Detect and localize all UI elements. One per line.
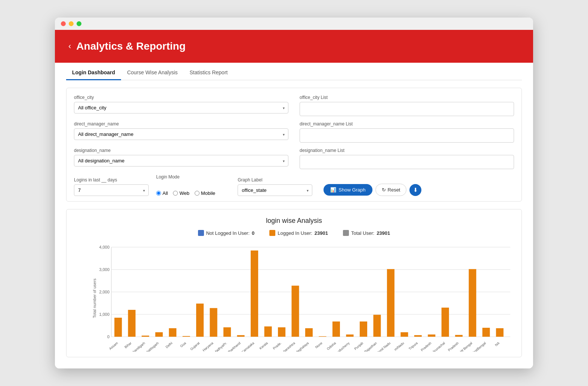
svg-text:WestBengal: WestBengal — [470, 341, 486, 352]
svg-text:Rajasthan: Rajasthan — [363, 341, 377, 352]
svg-text:Tamil Nadu: Tamil Nadu — [376, 341, 391, 352]
legend-blue-dot — [198, 230, 204, 236]
legend-gray-dot — [343, 230, 349, 236]
logged-value: 23901 — [315, 230, 328, 236]
login-mode-group: Login Mode All Web Mobile — [156, 174, 215, 196]
logged-label: Logged In User: — [278, 230, 312, 236]
svg-text:Arunachal: Arunachal — [432, 341, 446, 352]
svg-text:Assam: Assam — [108, 341, 119, 351]
svg-text:Kerala: Kerala — [259, 341, 268, 350]
back-button[interactable]: ‹ — [68, 41, 71, 51]
manager-list-group: direct_manager_name List — [300, 121, 514, 143]
maximize-button[interactable] — [77, 21, 81, 26]
logins-days-label: Logins in last __ days — [74, 177, 149, 183]
svg-rect-65 — [482, 328, 490, 337]
office-city-list-input[interactable] — [300, 102, 514, 116]
svg-text:Chhattisgarh: Chhattisgarh — [142, 341, 160, 352]
title-bar — [55, 18, 533, 30]
reset-button[interactable]: ↻ Reset — [375, 184, 407, 196]
svg-rect-47 — [360, 321, 367, 337]
svg-text:Haryana: Haryana — [202, 341, 214, 352]
svg-rect-21 — [183, 336, 190, 337]
designation-select[interactable]: All designation_name — [74, 155, 288, 166]
svg-text:Jharkhand: Jharkhand — [227, 341, 241, 352]
radio-mobile-input[interactable] — [195, 191, 199, 196]
manager-select[interactable]: All direct_manager_name — [74, 128, 288, 140]
app-header: ‹ Analytics & Reporting — [55, 30, 533, 63]
not-logged-label: Not Logged In User: — [206, 230, 250, 236]
svg-text:4,000: 4,000 — [99, 245, 109, 249]
logins-days-select[interactable]: 7 — [74, 184, 149, 196]
svg-text:Karnataka: Karnataka — [241, 341, 255, 352]
graph-label-group: Graph Label office_state ▾ — [238, 177, 312, 196]
logins-days-group: Logins in last __ days 7 ▾ — [74, 177, 149, 196]
logins-days-wrapper: 7 ▾ — [74, 184, 149, 196]
svg-rect-25 — [210, 308, 217, 337]
chart-section: login wise Analysis Not Logged In User: … — [66, 209, 522, 357]
office-city-select[interactable]: All office_city — [74, 102, 288, 113]
office-city-label: office_city — [74, 95, 288, 100]
action-buttons: 📊 Show Graph ↻ Reset ⬇ — [320, 184, 421, 196]
app-title: Analytics & Reporting — [76, 40, 185, 52]
radio-web-input[interactable] — [173, 191, 178, 196]
show-graph-label: Show Graph — [338, 187, 365, 193]
svg-text:None: None — [315, 341, 323, 349]
main-content: Login Dashboard Course Wise Analysis Sta… — [55, 63, 533, 368]
svg-rect-13 — [128, 310, 136, 337]
graph-label-select[interactable]: office_state — [238, 184, 312, 196]
filter-row-2: direct_manager_name All direct_manager_n… — [74, 121, 514, 143]
designation-list-input[interactable] — [300, 155, 514, 169]
svg-text:Tripura: Tripura — [408, 341, 418, 351]
legend-logged: Logged In User: 23901 — [269, 230, 328, 236]
svg-text:Goa: Goa — [179, 341, 186, 348]
manager-filter-group: direct_manager_name All direct_manager_n… — [74, 121, 288, 143]
svg-text:Pradesh: Pradesh — [447, 341, 459, 352]
designation-label: designation_name — [74, 148, 288, 153]
svg-rect-55 — [414, 335, 422, 337]
chart-wrapper: Total number of users 0 1,000 2,000 3,00… — [96, 243, 510, 353]
legend-orange-dot — [269, 230, 275, 236]
filter-row-3: designation_name All designation_name ▾ … — [74, 148, 514, 169]
svg-rect-35 — [278, 327, 285, 337]
tab-course-wise[interactable]: Course Wise Analysis — [121, 66, 183, 80]
svg-text:W Bengal: W Bengal — [459, 341, 473, 352]
app-window: ‹ Analytics & Reporting Login Dashboard … — [55, 18, 533, 368]
svg-text:0: 0 — [107, 334, 109, 339]
svg-rect-15 — [142, 336, 149, 337]
svg-rect-31 — [251, 250, 258, 337]
radio-all[interactable]: All — [156, 190, 168, 196]
svg-text:Pradesh: Pradesh — [420, 341, 432, 352]
extra-action-button[interactable]: ⬇ — [409, 184, 421, 196]
tab-login-dashboard[interactable]: Login Dashboard — [66, 66, 121, 80]
svg-rect-23 — [196, 303, 204, 337]
svg-rect-63 — [469, 269, 476, 337]
chart-title: login wise Analysis — [74, 217, 514, 225]
minimize-button[interactable] — [69, 21, 74, 26]
tab-statistics[interactable]: Statistics Report — [184, 66, 234, 80]
svg-text:NA: NA — [494, 341, 500, 347]
office-city-filter-group: office_city All office_city ▾ — [74, 95, 288, 116]
manager-label: direct_manager_name — [74, 121, 288, 127]
legend-not-logged: Not Logged In User: 0 — [198, 230, 255, 236]
show-graph-button[interactable]: 📊 Show Graph — [324, 184, 372, 196]
chart-legend: Not Logged In User: 0 Logged In User: 23… — [74, 230, 514, 236]
bar-chart: 0 1,000 2,000 3,000 4,000 AssamBiharChan… — [96, 243, 510, 352]
manager-list-input[interactable] — [300, 128, 514, 143]
svg-text:3,000: 3,000 — [99, 267, 109, 272]
svg-rect-29 — [237, 335, 245, 337]
login-mode-label: Login Mode — [156, 174, 215, 180]
filters-panel: office_city All office_city ▾ office_cit… — [66, 88, 522, 202]
svg-rect-17 — [155, 332, 163, 337]
radio-web[interactable]: Web — [173, 190, 189, 196]
close-button[interactable] — [61, 21, 66, 26]
svg-rect-43 — [332, 321, 340, 337]
radio-all-input[interactable] — [156, 191, 161, 196]
manager-select-wrapper: All direct_manager_name ▾ — [74, 128, 288, 140]
svg-rect-41 — [319, 336, 326, 337]
designation-filter-group: designation_name All designation_name ▾ — [74, 148, 288, 169]
svg-text:Bihar: Bihar — [124, 341, 132, 349]
svg-text:Punjab: Punjab — [353, 341, 364, 351]
total-label: Total User: — [351, 230, 374, 236]
radio-mobile[interactable]: Mobile — [195, 190, 215, 196]
filter-row-1: office_city All office_city ▾ office_cit… — [74, 95, 514, 116]
